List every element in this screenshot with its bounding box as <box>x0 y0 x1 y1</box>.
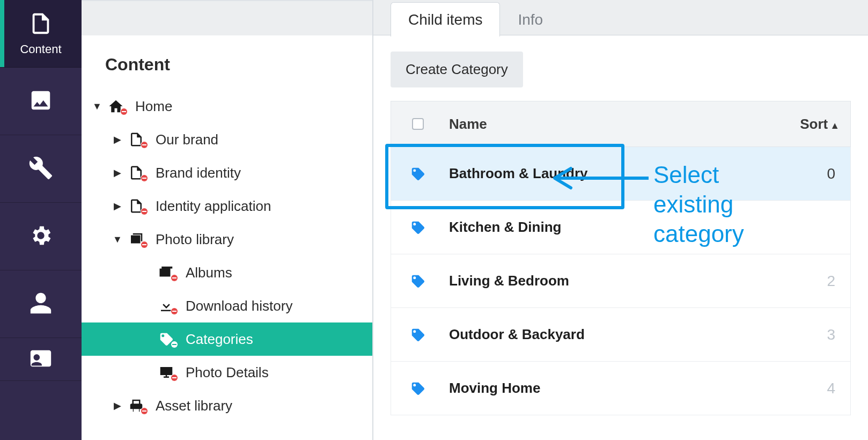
rail-item-content[interactable]: Content <box>0 0 82 68</box>
gear-icon <box>28 223 53 250</box>
select-all-cell[interactable] <box>391 118 445 130</box>
printer-icon <box>126 398 147 414</box>
tree-node-photo-library[interactable]: ▼Photo library <box>82 223 372 256</box>
category-name: Living & Bedroom <box>445 273 775 289</box>
tree-node-label: Photo library <box>147 231 234 248</box>
category-row[interactable]: Moving Home4 <box>391 362 851 415</box>
rail-item-media[interactable] <box>0 68 82 135</box>
tree-node-categories[interactable]: ▶Categories <box>82 322 372 356</box>
page-icon <box>126 131 147 148</box>
photos-icon <box>126 231 147 247</box>
page-icon <box>126 165 147 181</box>
sort-asc-icon: ▲ <box>830 120 840 131</box>
content-tree: ▼Home▶Our brand▶Brand identity▶Identity … <box>82 90 372 422</box>
panel-divider[interactable] <box>372 0 373 440</box>
rail-item-card[interactable] <box>0 338 82 381</box>
table-header: Name Sort▲ <box>391 101 851 147</box>
tree-node-label: Albums <box>177 265 232 281</box>
page-icon <box>126 198 147 214</box>
tree-node-label: Download history <box>177 298 292 314</box>
tag-icon <box>391 219 445 236</box>
tree-node-home[interactable]: ▼Home <box>82 90 372 123</box>
categories-table: Name Sort▲ Bathroom & Laundry0Kitchen & … <box>391 101 851 415</box>
tree-node-label: Home <box>127 98 172 115</box>
caret-right-icon[interactable]: ▶ <box>109 400 126 412</box>
albums-icon <box>156 265 177 281</box>
select-all-checkbox[interactable] <box>412 118 424 130</box>
category-sort-value: 4 <box>775 380 850 397</box>
tree-node-albums[interactable]: ▶Albums <box>82 256 372 289</box>
tab-child-items[interactable]: Child items <box>391 2 500 36</box>
rail-item-tools[interactable] <box>0 135 82 203</box>
category-name: Kitchen & Dining <box>445 219 775 236</box>
category-name: Outdoor & Backyard <box>445 326 775 343</box>
home-icon <box>105 98 127 114</box>
tags-icon <box>156 331 177 347</box>
rail-item-users[interactable] <box>0 270 82 338</box>
tree-node-label: Identity application <box>147 198 271 215</box>
tree-node-label: Asset library <box>147 398 232 414</box>
rail-item-settings[interactable] <box>0 203 82 270</box>
download-icon <box>156 298 177 314</box>
tag-icon <box>391 380 445 397</box>
detail-tabs: Child items Info <box>391 0 561 36</box>
category-sort-value: 0 <box>775 165 850 182</box>
wrench-icon <box>28 156 53 182</box>
caret-right-icon[interactable]: ▶ <box>109 167 126 179</box>
tree-node-label: Categories <box>177 331 253 348</box>
nav-rail: Content <box>0 0 82 440</box>
category-row[interactable]: Outdoor & Backyard3 <box>391 308 851 362</box>
category-sort-value: 3 <box>775 326 850 343</box>
category-row[interactable]: Kitchen & Dining <box>391 201 851 254</box>
tag-icon <box>391 327 445 343</box>
caret-right-icon[interactable]: ▶ <box>109 134 126 145</box>
tag-icon <box>391 273 445 289</box>
tag-icon <box>391 166 445 182</box>
detail-panel: Child items Info Create Category Name So… <box>373 0 868 440</box>
caret-down-icon[interactable]: ▼ <box>89 101 105 112</box>
tree-node-brand-identity[interactable]: ▶Brand identity <box>82 156 372 189</box>
category-row[interactable]: Bathroom & Laundry0 <box>391 147 851 201</box>
screen-icon <box>156 364 177 380</box>
caret-down-icon[interactable]: ▼ <box>109 234 126 245</box>
column-header-name[interactable]: Name <box>445 116 775 133</box>
tree-heading: Content <box>82 35 372 90</box>
category-sort-value: 2 <box>775 273 850 290</box>
rail-item-label: Content <box>20 42 61 56</box>
tab-info[interactable]: Info <box>500 2 561 36</box>
image-icon <box>28 88 53 115</box>
file-icon <box>28 11 53 38</box>
id-card-icon <box>28 346 53 373</box>
category-name: Moving Home <box>445 380 775 397</box>
user-icon <box>28 291 53 318</box>
caret-right-icon[interactable]: ▶ <box>109 200 126 212</box>
category-name: Bathroom & Laundry <box>445 165 775 182</box>
tree-node-label: Our brand <box>147 131 218 148</box>
tree-node-photo-details[interactable]: ▶Photo Details <box>82 356 372 389</box>
create-category-button[interactable]: Create Category <box>391 52 523 87</box>
tree-panel: Content ▼Home▶Our brand▶Brand identity▶I… <box>82 0 372 440</box>
tree-node-asset-library[interactable]: ▶Asset library <box>82 389 372 422</box>
tree-node-our-brand[interactable]: ▶Our brand <box>82 123 372 156</box>
category-row[interactable]: Living & Bedroom2 <box>391 254 851 308</box>
tree-node-download-history[interactable]: ▶Download history <box>82 289 372 322</box>
tree-node-label: Brand identity <box>147 165 241 181</box>
column-header-sort[interactable]: Sort▲ <box>775 116 850 133</box>
toolbar: Create Category <box>391 52 523 87</box>
tree-node-identity-application[interactable]: ▶Identity application <box>82 189 372 223</box>
tree-node-label: Photo Details <box>177 364 269 381</box>
